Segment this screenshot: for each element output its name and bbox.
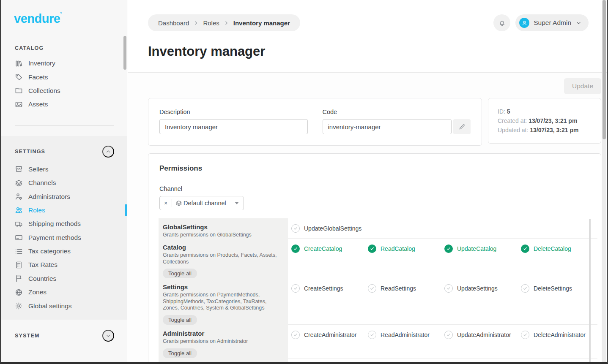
checked-circle-icon	[444, 244, 453, 253]
permission-row-globalsettings: GlobalSettingsGrants permissions on Glob…	[159, 218, 590, 239]
avatar	[519, 18, 529, 28]
sidebar-item-roles[interactable]: Roles	[1, 204, 127, 217]
permission-checkbox-deletesettings[interactable]: DeleteSettings	[521, 284, 597, 293]
permission-row-header: SettingsGrants permissions on PaymentMet…	[159, 278, 288, 325]
code-label: Code	[323, 109, 471, 115]
topbar-right: Super Admin	[493, 14, 589, 31]
permission-label: ReadCatalog	[381, 245, 415, 252]
sidebar-item-sellers[interactable]: Sellers	[1, 163, 127, 176]
description-input[interactable]	[159, 119, 308, 134]
user-name: Super Admin	[534, 19, 571, 27]
user-menu-button[interactable]: Super Admin	[515, 14, 589, 31]
toggle-all-button[interactable]: Toggle all	[163, 348, 197, 358]
chevron-right-icon	[193, 20, 199, 26]
permission-checkbox-readadministrator[interactable]: ReadAdministrator	[368, 331, 444, 339]
permission-checkbox-updateglobalsettings[interactable]: UpdateGlobalSettings	[291, 224, 368, 233]
layers-icon	[15, 179, 23, 187]
permission-label: UpdateAdministrator	[457, 331, 511, 338]
toggle-all-button[interactable]: Toggle all	[163, 315, 197, 325]
permission-checkbox-createsettings[interactable]: CreateSettings	[291, 284, 368, 293]
gear-icon	[15, 302, 23, 310]
permissions-title: Permissions	[148, 154, 601, 173]
sidebar-item-administrators[interactable]: Administrators	[1, 190, 127, 203]
sidebar-group-system: SYSTEM	[1, 320, 127, 346]
unchecked-circle-icon	[521, 331, 529, 339]
unchecked-circle-icon	[444, 331, 453, 339]
permission-row-body: UpdateGlobalSettings	[288, 218, 597, 239]
sidebar-item-label: Administrators	[28, 193, 70, 201]
permission-row-header	[159, 359, 288, 364]
sidebar-item-shipping-methods[interactable]: Shipping methods	[1, 217, 127, 231]
breadcrumb-item-roles[interactable]: Roles	[203, 19, 219, 27]
sidebar-item-tax-categories[interactable]: Tax categories	[1, 244, 127, 258]
sidebar-nav: CATALOGInventoryFacetsCollectionsAssetsS…	[1, 45, 127, 346]
calculator-icon	[15, 261, 23, 269]
sidebar-group-catalog: CATALOGInventoryFacetsCollectionsAssets	[1, 45, 127, 111]
permission-label: UpdateGlobalSettings	[304, 225, 362, 232]
sidebar-item-label: Facets	[28, 73, 48, 81]
meta-created-label: Created at:	[498, 117, 527, 124]
permission-checkbox-createadministrator[interactable]: CreateAdministrator	[291, 331, 368, 339]
remove-channel-button[interactable]: ×	[160, 196, 172, 210]
active-item-indicator	[125, 204, 127, 216]
meta-id-label: ID:	[498, 108, 505, 115]
permission-label: DeleteSettings	[534, 285, 572, 292]
expand-group-button[interactable]	[102, 330, 114, 342]
permissions-table-scrollbar[interactable]	[589, 219, 591, 364]
content: Update Description Code	[128, 73, 608, 364]
permission-checkbox-updatesettings[interactable]: UpdateSettings	[444, 284, 521, 293]
sidebar-item-label: Shipping methods	[28, 220, 81, 228]
truck-icon	[15, 220, 23, 228]
sidebar-item-facets[interactable]: Facets	[1, 70, 127, 84]
sidebar-item-label: Payment methods	[28, 234, 81, 242]
permission-checkbox-updatecatalog[interactable]: UpdateCatalog	[444, 244, 521, 253]
permission-checkbox-deletecatalog[interactable]: DeleteCatalog	[521, 244, 597, 253]
sidebar-item-collections[interactable]: Collections	[1, 84, 127, 98]
collapse-group-button[interactable]	[102, 146, 114, 158]
sidebar-item-payment-methods[interactable]: Payment methods	[1, 231, 127, 244]
unchecked-circle-icon	[291, 284, 300, 293]
sidebar-item-channels[interactable]: Channels	[1, 176, 127, 190]
permission-checkbox-createcatalog[interactable]: CreateCatalog	[291, 244, 368, 253]
sidebar-scrollbar-thumb[interactable]	[123, 36, 126, 70]
permission-label: CreateSettings	[304, 285, 343, 292]
permission-label: ReadSettings	[381, 285, 416, 292]
sidebar-item-assets[interactable]: Assets	[1, 98, 127, 111]
sidebar-item-inventory[interactable]: Inventory	[1, 57, 127, 70]
permissions-table: GlobalSettingsGrants permissions on Glob…	[148, 218, 601, 364]
breadcrumb-item-dashboard[interactable]: Dashboard	[158, 19, 189, 27]
checked-circle-icon	[291, 244, 300, 253]
permission-row-body	[288, 359, 597, 364]
sidebar-item-global-settings[interactable]: Global settings	[1, 299, 127, 312]
sidebar-item-tax-rates[interactable]: Tax Rates	[1, 258, 127, 272]
sidebar-item-countries[interactable]: Countries	[1, 272, 127, 285]
permission-checkbox-updateadministrator[interactable]: UpdateAdministrator	[444, 331, 521, 339]
notifications-button[interactable]	[493, 14, 510, 31]
edit-code-button[interactable]	[453, 119, 471, 134]
permission-checkbox-deleteadministrator[interactable]: DeleteAdministrator	[521, 331, 597, 339]
sidebar-item-label: Zones	[28, 288, 47, 296]
logo-trademark-dot: °	[60, 11, 62, 16]
unchecked-circle-icon	[368, 284, 376, 293]
meta-updated-label: Updated at:	[498, 127, 528, 133]
sidebar-item-zones[interactable]: Zones	[1, 285, 127, 299]
permission-checkbox-readcatalog[interactable]: ReadCatalog	[368, 244, 444, 253]
chevron-down-icon	[575, 20, 582, 26]
sidebar-group-label-text: CATALOG	[15, 45, 44, 51]
page-scrollbar-thumb[interactable]	[603, 0, 606, 139]
page-scrollbar-track[interactable]	[602, 0, 606, 362]
meta-id-value: 5	[507, 108, 510, 115]
update-button[interactable]: Update	[564, 78, 601, 94]
code-input[interactable]	[323, 119, 452, 134]
user-gear-icon	[15, 193, 23, 201]
permission-row-catalog: CatalogGrants permissions on Products, F…	[159, 239, 590, 278]
unchecked-circle-icon	[521, 284, 529, 293]
toggle-all-button[interactable]: Toggle all	[163, 269, 197, 278]
permission-label: ReadAdministrator	[381, 331, 430, 338]
permission-checkbox-readsettings[interactable]: ReadSettings	[368, 284, 444, 293]
channel-select[interactable]: × Default channel	[159, 196, 244, 210]
chevron-up-icon	[105, 149, 111, 155]
chevron-right-icon	[224, 20, 229, 26]
sidebar-item-label: Tax categories	[28, 247, 71, 255]
permission-group-name: Administrator	[163, 330, 281, 337]
